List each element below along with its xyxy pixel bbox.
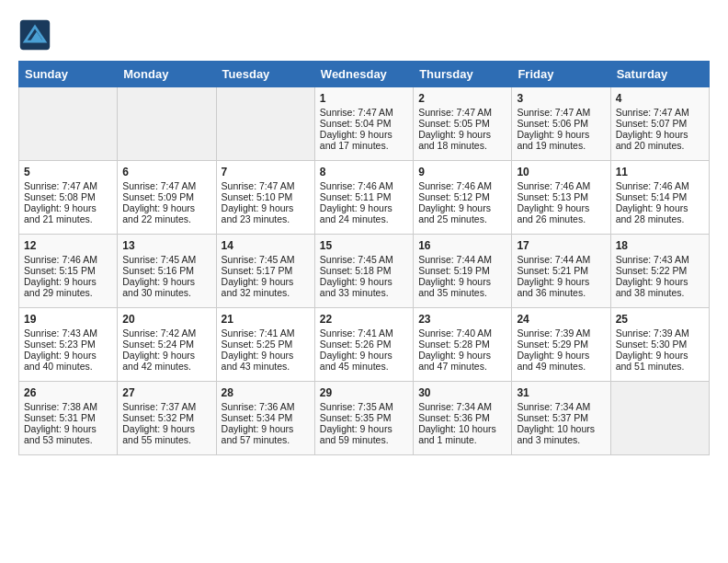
day-info-line: and 19 minutes. — [517, 140, 605, 151]
calendar-cell: 30Sunrise: 7:34 AMSunset: 5:36 PMDayligh… — [414, 382, 512, 455]
day-header-sunday: Sunday — [19, 62, 118, 87]
day-number: 22 — [320, 313, 408, 326]
day-number: 17 — [517, 239, 605, 252]
day-info-line: Daylight: 9 hours — [517, 129, 605, 140]
calendar-cell: 20Sunrise: 7:42 AMSunset: 5:24 PMDayligh… — [118, 308, 216, 382]
day-info-line: Sunrise: 7:47 AM — [122, 180, 210, 191]
day-info-line: Daylight: 9 hours — [320, 202, 408, 213]
day-info-line: Sunset: 5:28 PM — [418, 339, 506, 350]
day-info-line: and 22 minutes. — [122, 213, 210, 224]
day-info-line: Daylight: 9 hours — [418, 202, 506, 213]
day-info-line: and 49 minutes. — [517, 361, 605, 372]
day-number: 13 — [122, 239, 210, 252]
day-info-line: Sunset: 5:12 PM — [418, 191, 506, 202]
calendar-cell: 21Sunrise: 7:41 AMSunset: 5:25 PMDayligh… — [216, 308, 314, 382]
day-info-line: and 38 minutes. — [616, 287, 704, 298]
day-info-line: Sunrise: 7:43 AM — [24, 327, 112, 339]
day-number: 27 — [122, 386, 210, 399]
calendar-cell: 28Sunrise: 7:36 AMSunset: 5:34 PMDayligh… — [216, 382, 314, 455]
calendar-cell: 11Sunrise: 7:46 AMSunset: 5:14 PMDayligh… — [610, 161, 709, 235]
day-info-line: Sunset: 5:31 PM — [24, 412, 112, 423]
day-number: 18 — [616, 239, 704, 252]
day-info-line: Sunrise: 7:39 AM — [517, 327, 605, 339]
day-info-line: Sunrise: 7:45 AM — [320, 254, 408, 265]
day-info-line: Sunrise: 7:47 AM — [616, 107, 704, 118]
day-info-line: Sunrise: 7:41 AM — [222, 327, 310, 339]
day-info-line: Sunrise: 7:38 AM — [24, 401, 112, 412]
calendar-cell: 24Sunrise: 7:39 AMSunset: 5:29 PMDayligh… — [512, 308, 610, 382]
day-info-line: Daylight: 9 hours — [517, 202, 605, 213]
day-info-line: and 23 minutes. — [222, 213, 310, 224]
day-number: 26 — [24, 386, 112, 399]
day-info-line: and 47 minutes. — [418, 361, 506, 372]
day-info-line: and 17 minutes. — [320, 140, 408, 151]
day-info-line: Sunrise: 7:41 AM — [320, 327, 408, 339]
day-info-line: Daylight: 9 hours — [222, 276, 310, 287]
day-info-line: Daylight: 9 hours — [616, 276, 704, 287]
day-number: 11 — [616, 166, 704, 178]
day-number: 25 — [616, 313, 704, 326]
calendar-week-3: 12Sunrise: 7:46 AMSunset: 5:15 PMDayligh… — [19, 235, 710, 308]
day-info-line: Daylight: 9 hours — [122, 276, 210, 287]
calendar-cell: 29Sunrise: 7:35 AMSunset: 5:35 PMDayligh… — [314, 382, 413, 455]
day-number: 3 — [517, 92, 605, 105]
day-info-line: Daylight: 9 hours — [517, 276, 605, 287]
day-info-line: Daylight: 10 hours — [418, 423, 506, 434]
calendar-cell: 10Sunrise: 7:46 AMSunset: 5:13 PMDayligh… — [512, 161, 610, 235]
day-info-line: Sunrise: 7:40 AM — [418, 327, 506, 339]
day-info-line: Sunset: 5:14 PM — [616, 191, 704, 202]
day-info-line: Sunset: 5:23 PM — [24, 339, 112, 350]
day-number: 30 — [418, 386, 506, 399]
day-info-line: Sunset: 5:09 PM — [122, 191, 210, 202]
day-info-line: Sunset: 5:04 PM — [320, 118, 408, 129]
day-info-line: and 3 minutes. — [517, 434, 605, 445]
calendar-cell — [216, 87, 314, 161]
calendar-cell: 22Sunrise: 7:41 AMSunset: 5:26 PMDayligh… — [314, 308, 413, 382]
day-info-line: Daylight: 9 hours — [320, 129, 408, 140]
day-info-line: Sunset: 5:13 PM — [517, 191, 605, 202]
day-info-line: Sunset: 5:22 PM — [616, 265, 704, 276]
day-info-line: Daylight: 9 hours — [320, 350, 408, 361]
day-info-line: Sunrise: 7:36 AM — [222, 401, 310, 412]
calendar-cell: 3Sunrise: 7:47 AMSunset: 5:06 PMDaylight… — [512, 87, 610, 161]
day-info-line: Sunset: 5:34 PM — [222, 412, 310, 423]
day-info-line: Sunset: 5:07 PM — [616, 118, 704, 129]
day-info-line: and 35 minutes. — [418, 287, 506, 298]
day-info-line: and 53 minutes. — [24, 434, 112, 445]
day-info-line: Daylight: 10 hours — [517, 423, 605, 434]
day-header-wednesday: Wednesday — [314, 62, 413, 87]
calendar-cell — [19, 87, 118, 161]
day-info-line: Sunrise: 7:47 AM — [320, 107, 408, 118]
day-number: 12 — [24, 239, 112, 252]
day-info-line: Sunset: 5:24 PM — [122, 339, 210, 350]
calendar-cell: 6Sunrise: 7:47 AMSunset: 5:09 PMDaylight… — [118, 161, 216, 235]
day-info-line: and 40 minutes. — [24, 361, 112, 372]
day-info-line: Daylight: 9 hours — [122, 423, 210, 434]
calendar-cell — [610, 382, 709, 455]
calendar-cell: 31Sunrise: 7:34 AMSunset: 5:37 PMDayligh… — [512, 382, 610, 455]
day-info-line: and 43 minutes. — [222, 361, 310, 372]
calendar-cell: 25Sunrise: 7:39 AMSunset: 5:30 PMDayligh… — [610, 308, 709, 382]
day-info-line: Sunset: 5:21 PM — [517, 265, 605, 276]
day-info-line: Sunset: 5:37 PM — [517, 412, 605, 423]
calendar-cell: 7Sunrise: 7:47 AMSunset: 5:10 PMDaylight… — [216, 161, 314, 235]
day-info-line: Sunrise: 7:34 AM — [517, 401, 605, 412]
day-info-line: Daylight: 9 hours — [122, 350, 210, 361]
day-number: 9 — [418, 166, 506, 178]
day-number: 2 — [418, 92, 506, 105]
day-info-line: and 36 minutes. — [517, 287, 605, 298]
day-info-line: and 20 minutes. — [616, 140, 704, 151]
day-info-line: Sunset: 5:26 PM — [320, 339, 408, 350]
calendar-table: SundayMondayTuesdayWednesdayThursdayFrid… — [18, 61, 710, 455]
day-number: 21 — [222, 313, 310, 326]
day-number: 24 — [517, 313, 605, 326]
day-info-line: Daylight: 9 hours — [320, 276, 408, 287]
calendar-cell — [118, 87, 216, 161]
day-info-line: Daylight: 9 hours — [222, 423, 310, 434]
calendar-cell: 12Sunrise: 7:46 AMSunset: 5:15 PMDayligh… — [19, 235, 118, 308]
day-info-line: Sunrise: 7:44 AM — [418, 254, 506, 265]
day-number: 14 — [222, 239, 310, 252]
calendar-cell: 23Sunrise: 7:40 AMSunset: 5:28 PMDayligh… — [414, 308, 512, 382]
day-info-line: and 51 minutes. — [616, 361, 704, 372]
day-info-line: Sunrise: 7:46 AM — [517, 180, 605, 191]
